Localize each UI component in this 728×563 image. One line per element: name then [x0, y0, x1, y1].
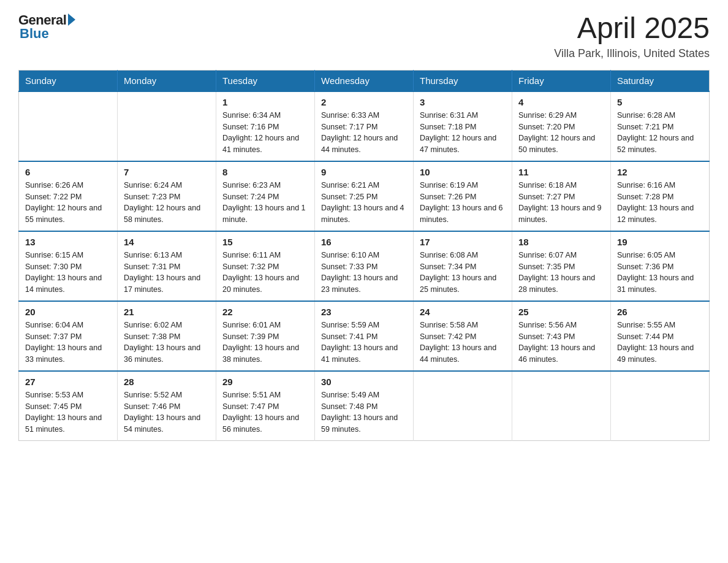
calendar-cell: 22Sunrise: 6:01 AM Sunset: 7:39 PM Dayli… [216, 301, 315, 371]
day-info: Sunrise: 5:49 AM Sunset: 7:48 PM Dayligh… [321, 389, 407, 435]
day-number: 15 [222, 237, 308, 247]
day-number: 19 [617, 237, 703, 247]
calendar-table: SundayMondayTuesdayWednesdayThursdayFrid… [18, 70, 710, 441]
day-number: 22 [222, 307, 308, 317]
day-info: Sunrise: 6:26 AM Sunset: 7:22 PM Dayligh… [25, 180, 111, 226]
calendar-week-row: 1Sunrise: 6:34 AM Sunset: 7:16 PM Daylig… [19, 91, 710, 161]
calendar-cell [118, 91, 216, 161]
day-number: 16 [321, 237, 407, 247]
calendar-cell [512, 371, 611, 441]
day-info: Sunrise: 5:53 AM Sunset: 7:45 PM Dayligh… [25, 389, 111, 435]
day-of-week-header: Wednesday [315, 70, 414, 91]
calendar-cell [414, 371, 512, 441]
day-info: Sunrise: 6:10 AM Sunset: 7:33 PM Dayligh… [321, 250, 407, 296]
day-of-week-header: Thursday [414, 70, 512, 91]
day-info: Sunrise: 5:55 AM Sunset: 7:44 PM Dayligh… [617, 320, 703, 366]
calendar-cell [611, 371, 710, 441]
day-info: Sunrise: 6:13 AM Sunset: 7:31 PM Dayligh… [124, 250, 210, 296]
calendar-week-row: 6Sunrise: 6:26 AM Sunset: 7:22 PM Daylig… [19, 161, 710, 231]
day-info: Sunrise: 6:15 AM Sunset: 7:30 PM Dayligh… [25, 250, 111, 296]
day-info: Sunrise: 6:18 AM Sunset: 7:27 PM Dayligh… [518, 180, 604, 226]
day-info: Sunrise: 6:23 AM Sunset: 7:24 PM Dayligh… [222, 180, 308, 226]
calendar-header-row: SundayMondayTuesdayWednesdayThursdayFrid… [19, 70, 710, 91]
calendar-cell: 28Sunrise: 5:52 AM Sunset: 7:46 PM Dayli… [118, 371, 216, 441]
calendar-title: April 2025 [554, 12, 710, 45]
day-number: 25 [518, 307, 604, 317]
calendar-cell: 8Sunrise: 6:23 AM Sunset: 7:24 PM Daylig… [216, 161, 315, 231]
day-of-week-header: Monday [118, 70, 216, 91]
day-number: 9 [321, 167, 407, 177]
day-info: Sunrise: 6:08 AM Sunset: 7:34 PM Dayligh… [420, 250, 506, 296]
day-info: Sunrise: 6:11 AM Sunset: 7:32 PM Dayligh… [222, 250, 308, 296]
calendar-cell: 14Sunrise: 6:13 AM Sunset: 7:31 PM Dayli… [118, 231, 216, 301]
day-info: Sunrise: 6:29 AM Sunset: 7:20 PM Dayligh… [518, 110, 604, 156]
calendar-cell [19, 91, 118, 161]
day-info: Sunrise: 6:02 AM Sunset: 7:38 PM Dayligh… [124, 320, 210, 366]
calendar-cell: 20Sunrise: 6:04 AM Sunset: 7:37 PM Dayli… [19, 301, 118, 371]
logo-blue-text: Blue [20, 26, 49, 42]
day-info: Sunrise: 5:56 AM Sunset: 7:43 PM Dayligh… [518, 320, 604, 366]
calendar-week-row: 20Sunrise: 6:04 AM Sunset: 7:37 PM Dayli… [19, 301, 710, 371]
day-number: 5 [617, 97, 703, 107]
calendar-cell: 1Sunrise: 6:34 AM Sunset: 7:16 PM Daylig… [216, 91, 315, 161]
day-number: 18 [518, 237, 604, 247]
day-info: Sunrise: 5:58 AM Sunset: 7:42 PM Dayligh… [420, 320, 506, 366]
page-header: General Blue April 2025 Villa Park, Illi… [18, 12, 710, 60]
day-number: 7 [124, 167, 210, 177]
logo: General Blue [18, 12, 75, 42]
day-number: 28 [124, 377, 210, 387]
calendar-week-row: 13Sunrise: 6:15 AM Sunset: 7:30 PM Dayli… [19, 231, 710, 301]
calendar-week-row: 27Sunrise: 5:53 AM Sunset: 7:45 PM Dayli… [19, 371, 710, 441]
day-info: Sunrise: 6:31 AM Sunset: 7:18 PM Dayligh… [420, 110, 506, 156]
day-info: Sunrise: 6:19 AM Sunset: 7:26 PM Dayligh… [420, 180, 506, 226]
calendar-cell: 26Sunrise: 5:55 AM Sunset: 7:44 PM Dayli… [611, 301, 710, 371]
day-number: 23 [321, 307, 407, 317]
day-number: 30 [321, 377, 407, 387]
calendar-cell: 12Sunrise: 6:16 AM Sunset: 7:28 PM Dayli… [611, 161, 710, 231]
day-number: 3 [420, 97, 506, 107]
calendar-cell: 18Sunrise: 6:07 AM Sunset: 7:35 PM Dayli… [512, 231, 611, 301]
calendar-cell: 24Sunrise: 5:58 AM Sunset: 7:42 PM Dayli… [414, 301, 512, 371]
day-of-week-header: Friday [512, 70, 611, 91]
calendar-cell: 3Sunrise: 6:31 AM Sunset: 7:18 PM Daylig… [414, 91, 512, 161]
calendar-cell: 9Sunrise: 6:21 AM Sunset: 7:25 PM Daylig… [315, 161, 414, 231]
calendar-cell: 29Sunrise: 5:51 AM Sunset: 7:47 PM Dayli… [216, 371, 315, 441]
calendar-cell: 7Sunrise: 6:24 AM Sunset: 7:23 PM Daylig… [118, 161, 216, 231]
day-number: 4 [518, 97, 604, 107]
day-number: 17 [420, 237, 506, 247]
day-number: 10 [420, 167, 506, 177]
day-info: Sunrise: 6:34 AM Sunset: 7:16 PM Dayligh… [222, 110, 308, 156]
day-number: 1 [222, 97, 308, 107]
day-info: Sunrise: 6:33 AM Sunset: 7:17 PM Dayligh… [321, 110, 407, 156]
calendar-cell: 6Sunrise: 6:26 AM Sunset: 7:22 PM Daylig… [19, 161, 118, 231]
day-number: 12 [617, 167, 703, 177]
day-of-week-header: Saturday [611, 70, 710, 91]
day-info: Sunrise: 6:21 AM Sunset: 7:25 PM Dayligh… [321, 180, 407, 226]
day-number: 21 [124, 307, 210, 317]
day-info: Sunrise: 6:07 AM Sunset: 7:35 PM Dayligh… [518, 250, 604, 296]
calendar-cell: 10Sunrise: 6:19 AM Sunset: 7:26 PM Dayli… [414, 161, 512, 231]
calendar-cell: 11Sunrise: 6:18 AM Sunset: 7:27 PM Dayli… [512, 161, 611, 231]
day-number: 13 [25, 237, 111, 247]
calendar-cell: 21Sunrise: 6:02 AM Sunset: 7:38 PM Dayli… [118, 301, 216, 371]
day-info: Sunrise: 6:01 AM Sunset: 7:39 PM Dayligh… [222, 320, 308, 366]
day-info: Sunrise: 6:24 AM Sunset: 7:23 PM Dayligh… [124, 180, 210, 226]
calendar-cell: 16Sunrise: 6:10 AM Sunset: 7:33 PM Dayli… [315, 231, 414, 301]
day-info: Sunrise: 6:05 AM Sunset: 7:36 PM Dayligh… [617, 250, 703, 296]
logo-arrow-icon [68, 13, 75, 26]
day-number: 29 [222, 377, 308, 387]
day-number: 20 [25, 307, 111, 317]
day-number: 27 [25, 377, 111, 387]
day-info: Sunrise: 5:52 AM Sunset: 7:46 PM Dayligh… [124, 389, 210, 435]
calendar-cell: 15Sunrise: 6:11 AM Sunset: 7:32 PM Dayli… [216, 231, 315, 301]
calendar-cell: 2Sunrise: 6:33 AM Sunset: 7:17 PM Daylig… [315, 91, 414, 161]
day-number: 11 [518, 167, 604, 177]
calendar-cell: 30Sunrise: 5:49 AM Sunset: 7:48 PM Dayli… [315, 371, 414, 441]
calendar-cell: 25Sunrise: 5:56 AM Sunset: 7:43 PM Dayli… [512, 301, 611, 371]
day-number: 24 [420, 307, 506, 317]
day-number: 8 [222, 167, 308, 177]
day-info: Sunrise: 5:51 AM Sunset: 7:47 PM Dayligh… [222, 389, 308, 435]
day-info: Sunrise: 6:28 AM Sunset: 7:21 PM Dayligh… [617, 110, 703, 156]
calendar-cell: 19Sunrise: 6:05 AM Sunset: 7:36 PM Dayli… [611, 231, 710, 301]
day-number: 26 [617, 307, 703, 317]
